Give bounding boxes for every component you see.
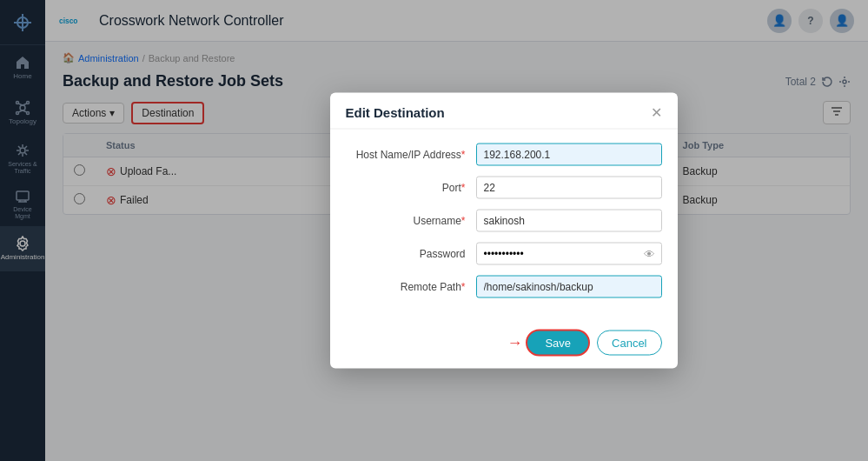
modal-body: Host Name/IP Address* Port* Username* Pa… — [330, 130, 678, 321]
password-field-row: Password 👁 — [346, 243, 662, 265]
username-field-row: Username* — [346, 210, 662, 232]
save-wrapper: → Save — [507, 330, 590, 357]
password-wrapper: 👁 — [476, 243, 662, 265]
port-field-row: Port* — [346, 177, 662, 199]
edit-destination-modal: Edit Destination ✕ Host Name/IP Address*… — [330, 93, 678, 369]
eye-icon[interactable]: 👁 — [644, 247, 655, 260]
remote-path-input[interactable] — [476, 276, 662, 298]
modal-footer: → Save Cancel — [330, 321, 678, 369]
host-input[interactable] — [476, 144, 662, 166]
password-input[interactable] — [476, 243, 662, 265]
remote-path-field-row: Remote Path* — [346, 276, 662, 298]
port-input[interactable] — [476, 177, 662, 199]
port-label: Port* — [346, 182, 476, 194]
username-input[interactable] — [476, 210, 662, 232]
password-label: Password — [346, 248, 476, 260]
host-field-row: Host Name/IP Address* — [346, 144, 662, 166]
modal-close-button[interactable]: ✕ — [651, 105, 662, 119]
remote-path-label: Remote Path* — [346, 281, 476, 293]
modal-title: Edit Destination — [346, 105, 445, 120]
username-label: Username* — [346, 215, 476, 227]
cancel-button[interactable]: Cancel — [597, 331, 661, 356]
save-arrow-icon: → — [507, 334, 522, 352]
host-label: Host Name/IP Address* — [346, 149, 476, 161]
save-button[interactable]: Save — [526, 330, 590, 357]
modal-header: Edit Destination ✕ — [330, 93, 678, 130]
